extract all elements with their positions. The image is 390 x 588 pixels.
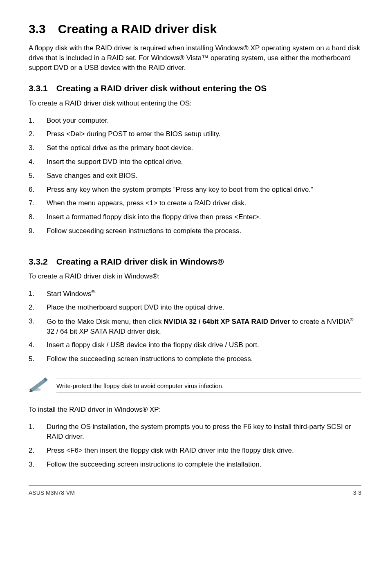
footer-right: 3-3 — [353, 489, 361, 497]
list-text: Press any key when the system prompts “P… — [47, 185, 361, 195]
list-number: 1. — [29, 289, 47, 298]
install-lead: To install the RAID driver in Windows® X… — [29, 405, 361, 415]
list-text: During the OS installation, the system p… — [47, 422, 361, 442]
list-number: 5. — [29, 354, 47, 364]
note-row: Write-protect the floppy disk to avoid c… — [29, 376, 361, 395]
list-item: 1.During the OS installation, the system… — [29, 422, 361, 442]
list-number: 2. — [29, 446, 47, 456]
list-text: Follow the succeeding screen instruction… — [47, 354, 361, 364]
list-text: Press <Del> during POST to enter the BIO… — [47, 129, 361, 139]
list-item: 9.Follow succeeding screen instructions … — [29, 226, 361, 236]
list-number: 8. — [29, 212, 47, 222]
list-number: 4. — [29, 340, 47, 350]
list-text: When the menu appears, press <1> to crea… — [47, 198, 361, 208]
list-item: 5.Save changes and exit BIOS. — [29, 171, 361, 181]
list-item: 2.Press <F6> then insert the floppy disk… — [29, 446, 361, 456]
list-item: 5.Follow the succeeding screen instructi… — [29, 354, 361, 364]
list-number: 2. — [29, 129, 47, 139]
section-332-lead: To create a RAID driver disk in Windows®… — [29, 272, 361, 281]
section-331-list: 1.Boot your computer. 2.Press <Del> duri… — [29, 116, 361, 236]
list-item: 4.Insert a floppy disk / USB device into… — [29, 340, 361, 350]
list-number: 3. — [29, 143, 47, 153]
install-list: 1.During the OS installation, the system… — [29, 422, 361, 469]
list-text: Save changes and exit BIOS. — [47, 171, 361, 181]
list-number: 9. — [29, 226, 47, 236]
section-332-heading: 3.3.2 Creating a RAID driver disk in Win… — [29, 256, 361, 267]
page-title: 3.3 Creating a RAID driver disk — [29, 20, 361, 38]
list-number: 4. — [29, 157, 47, 167]
list-text: Boot your computer. — [47, 116, 361, 126]
list-text: Start Windows®. — [47, 289, 361, 298]
list-number: 1. — [29, 116, 47, 126]
list-item: 1.Start Windows®. — [29, 289, 361, 298]
list-item: 3.Set the optical drive as the primary b… — [29, 143, 361, 153]
pencil-note-icon — [29, 376, 49, 395]
list-number: 3. — [29, 316, 47, 336]
list-item: 2.Place the motherboard support DVD into… — [29, 303, 361, 312]
list-number: 6. — [29, 185, 47, 195]
list-number: 3. — [29, 460, 47, 469]
list-item: 3.Follow the succeeding screen instructi… — [29, 460, 361, 469]
list-text: Set the optical drive as the primary boo… — [47, 143, 361, 153]
footer-left: ASUS M3N78-VM — [29, 489, 75, 497]
list-text: Go to the Make Disk menu, then click NVI… — [47, 316, 361, 336]
list-item: 1.Boot your computer. — [29, 116, 361, 126]
list-text: Insert a floppy disk / USB device into t… — [47, 340, 361, 350]
intro-paragraph: A floppy disk with the RAID driver is re… — [29, 43, 361, 72]
list-text: Insert a formatted floppy disk into the … — [47, 212, 361, 222]
list-item: 6.Press any key when the system prompts … — [29, 185, 361, 195]
list-item: 2.Press <Del> during POST to enter the B… — [29, 129, 361, 139]
list-text: Place the motherboard support DVD into t… — [47, 303, 361, 312]
section-331-heading: 3.3.1 Creating a RAID driver disk withou… — [29, 82, 361, 94]
list-text: Insert the support DVD into the optical … — [47, 157, 361, 167]
list-item: 7.When the menu appears, press <1> to cr… — [29, 198, 361, 208]
list-item: 3.Go to the Make Disk menu, then click N… — [29, 316, 361, 336]
list-item: 8.Insert a formatted floppy disk into th… — [29, 212, 361, 222]
list-text: Follow the succeeding screen instruction… — [47, 460, 361, 469]
list-number: 2. — [29, 303, 47, 312]
list-text: Press <F6> then insert the floppy disk w… — [47, 446, 361, 456]
list-number: 5. — [29, 171, 47, 181]
section-332-list: 1.Start Windows®. 2.Place the motherboar… — [29, 289, 361, 364]
list-text: Follow succeeding screen instructions to… — [47, 226, 361, 236]
section-331-lead: To create a RAID driver disk without ent… — [29, 99, 361, 108]
note-text: Write-protect the floppy disk to avoid c… — [56, 379, 361, 393]
list-number: 7. — [29, 198, 47, 208]
list-number: 1. — [29, 422, 47, 442]
page-footer: ASUS M3N78-VM 3-3 — [29, 485, 361, 497]
list-item: 4.Insert the support DVD into the optica… — [29, 157, 361, 167]
